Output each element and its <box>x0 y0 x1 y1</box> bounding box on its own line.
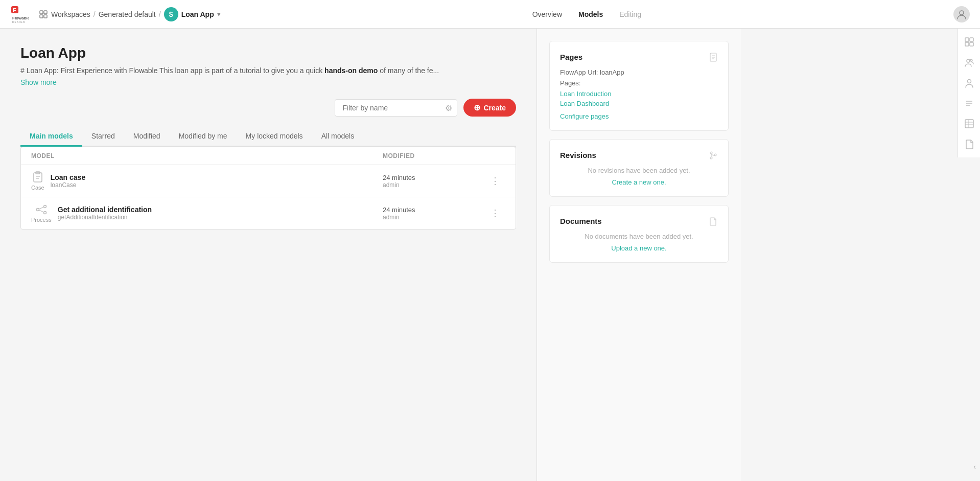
edge-grid-icon[interactable] <box>960 33 978 51</box>
logo[interactable]: F Flowable DESIGN <box>10 5 29 24</box>
documents-panel: Documents No documents have been added y… <box>549 205 729 263</box>
edge-list-icon[interactable] <box>960 94 978 112</box>
create-label: Create <box>483 104 506 112</box>
branch-icon <box>709 151 718 160</box>
documents-panel-icon <box>709 216 718 226</box>
svg-rect-37 <box>965 120 973 128</box>
svg-point-9 <box>960 11 964 15</box>
case-icon <box>32 171 44 184</box>
svg-rect-6 <box>44 11 47 14</box>
svg-point-33 <box>967 80 971 83</box>
loan-introduction-link[interactable]: Loan Introduction <box>560 90 718 98</box>
table-row: Process Get additional identification ge… <box>21 197 516 229</box>
svg-rect-27 <box>965 38 969 41</box>
svg-point-24 <box>710 157 712 159</box>
svg-point-31 <box>967 59 970 62</box>
edge-table-icon[interactable] <box>960 114 978 133</box>
model-text-1: Loan case loanCase <box>51 173 85 189</box>
plus-icon: ⊕ <box>474 103 480 112</box>
right-sidebar: Pages FlowApp Url: loanApp Pages: Loan I… <box>536 29 741 481</box>
svg-point-16 <box>43 212 46 214</box>
documents-empty-text: No documents have been added yet. <box>560 233 718 240</box>
generated-default-link[interactable]: Generated default <box>99 10 156 18</box>
pages-panel: Pages FlowApp Url: loanApp Pages: Loan I… <box>549 41 729 131</box>
user-avatar[interactable] <box>953 6 970 22</box>
svg-rect-29 <box>965 42 969 46</box>
filter-bar: ⚙ ⊕ Create <box>20 99 516 117</box>
svg-point-15 <box>43 205 46 208</box>
description-prefix: # Loan App: First Experience with Flowab… <box>20 66 324 75</box>
tab-modified-by-me[interactable]: Modified by me <box>170 127 237 147</box>
case-label: Case <box>31 185 44 191</box>
svg-point-14 <box>36 209 39 211</box>
edge-person-icon[interactable] <box>960 74 978 92</box>
process-icon <box>35 203 48 216</box>
model-info-1: Case Loan case loanCase <box>31 171 383 191</box>
tab-starred[interactable]: Starred <box>82 127 124 147</box>
edge-icon-svg-5 <box>964 119 974 129</box>
model-modified-1: 24 minutes admin <box>383 174 485 189</box>
model-info-2: Process Get additional identification ge… <box>31 203 383 223</box>
svg-point-23 <box>710 152 712 154</box>
collapse-chevron[interactable]: ‹ <box>973 463 976 471</box>
loan-dashboard-link[interactable]: Loan Dashboard <box>560 100 718 107</box>
breadcrumb-sep-2: / <box>159 10 161 18</box>
svg-line-17 <box>39 207 43 209</box>
tab-modified[interactable]: Modified <box>124 127 170 147</box>
nav-overview[interactable]: Overview <box>532 10 562 18</box>
edge-file-icon[interactable] <box>960 135 978 153</box>
pages-title-text: Pages <box>560 53 582 61</box>
filter-input-wrap: ⚙ <box>335 99 457 117</box>
edge-icon-svg-6 <box>964 139 974 149</box>
tab-main-models[interactable]: Main models <box>20 127 82 147</box>
nav-editing[interactable]: Editing <box>619 10 641 18</box>
breadcrumb-app[interactable]: $ Loan App ▾ <box>164 7 220 21</box>
model-modified-2: 24 minutes admin <box>383 206 485 221</box>
breadcrumb-sep-1: / <box>94 10 96 18</box>
document-lines-icon <box>709 53 718 62</box>
create-revision-link[interactable]: Create a new one. <box>560 178 718 186</box>
upload-document-link[interactable]: Upload a new one. <box>560 244 718 252</box>
main-wrapper: Loan App # Loan App: First Experience wi… <box>0 29 980 481</box>
documents-title-text: Documents <box>560 217 602 225</box>
svg-rect-28 <box>970 38 973 41</box>
col-actions-header <box>485 152 505 159</box>
more-options-btn-1[interactable]: ⋮ <box>485 173 505 189</box>
pages-url: FlowApp Url: loanApp <box>560 68 718 76</box>
model-name-1: Loan case <box>51 173 85 181</box>
description-suffix: of many of the fe... <box>378 66 439 75</box>
edge-icon-svg-3 <box>964 78 974 88</box>
tab-all-models[interactable]: All models <box>312 127 364 147</box>
svg-rect-7 <box>40 15 43 18</box>
svg-point-32 <box>970 59 972 61</box>
svg-text:F: F <box>13 7 16 13</box>
svg-text:DESIGN: DESIGN <box>12 20 25 24</box>
app-description: # Loan App: First Experience with Flowab… <box>20 65 516 76</box>
svg-rect-30 <box>970 42 973 46</box>
edge-people-icon[interactable] <box>960 53 978 72</box>
more-options-btn-2[interactable]: ⋮ <box>485 205 505 221</box>
col-modified-header: Modified <box>383 152 485 159</box>
model-key-1: loanCase <box>51 181 85 189</box>
header-right <box>953 6 970 22</box>
svg-rect-5 <box>40 11 43 14</box>
model-table: Model Modified Case <box>20 147 516 230</box>
user-icon <box>956 9 967 20</box>
edge-icon-svg-1 <box>964 37 974 47</box>
revisions-empty-text: No revisions have been added yet. <box>560 167 718 174</box>
chevron-down-icon: ▾ <box>217 11 220 18</box>
configure-pages-link[interactable]: Configure pages <box>560 112 718 120</box>
workspaces-link[interactable]: Workspaces <box>51 10 90 18</box>
show-more-link[interactable]: Show more <box>20 78 57 86</box>
tab-my-locked-models[interactable]: My locked models <box>237 127 312 147</box>
filter-input[interactable] <box>335 99 457 117</box>
svg-text:Flowable: Flowable <box>12 16 29 20</box>
model-text-2: Get additional identification getAdditio… <box>58 205 152 221</box>
nav-models[interactable]: Models <box>578 10 603 18</box>
pages-panel-title: Pages <box>560 52 718 62</box>
flowable-logo-icon: F Flowable DESIGN <box>10 5 29 24</box>
create-button[interactable]: ⊕ Create <box>463 99 516 117</box>
modified-user-1: admin <box>383 181 485 189</box>
main-content: Loan App # Loan App: First Experience wi… <box>0 29 536 481</box>
table-header: Model Modified <box>21 147 516 165</box>
